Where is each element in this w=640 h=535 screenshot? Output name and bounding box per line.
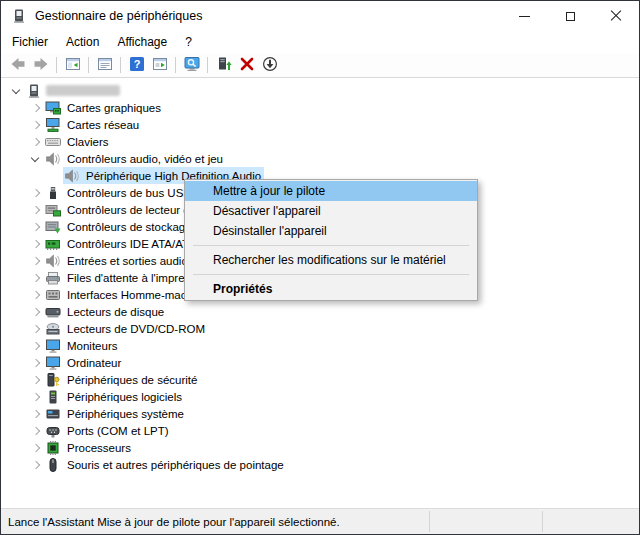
speaker-icon — [64, 168, 80, 184]
toolbar-button-window-list[interactable] — [148, 55, 171, 76]
tree-expander-expanded-icon[interactable] — [9, 83, 25, 99]
hid-icon — [45, 287, 61, 303]
tree-item-label: Lecteurs de disque — [65, 305, 166, 319]
toolbar-button-properties-pane[interactable] — [93, 55, 116, 76]
toolbar-button-back[interactable] — [6, 55, 29, 76]
tree-expander-collapsed-icon[interactable] — [28, 287, 44, 303]
floppy-controller-icon — [45, 202, 61, 218]
maximize-icon — [566, 12, 575, 21]
context-menu-item-update-driver[interactable]: Mettre à jour le pilote — [185, 181, 477, 201]
toolbar-button-disable-device[interactable] — [258, 55, 281, 76]
software-device-icon — [45, 389, 61, 405]
statusbar-divider — [542, 511, 543, 532]
tree-expander-expanded-icon[interactable] — [28, 151, 44, 167]
menubar-item-fichier[interactable]: Fichier — [3, 32, 57, 52]
tree-expander-collapsed-icon[interactable] — [28, 440, 44, 456]
tree-expander-collapsed-icon[interactable] — [28, 134, 44, 150]
tree-item-content: Périphériques de sécurité — [44, 371, 200, 388]
title-bar: Gestionnaire de périphériques — [1, 1, 639, 31]
context-menu-item-properties[interactable]: Propriétés — [185, 279, 477, 299]
close-icon — [610, 10, 622, 22]
tree-expander-collapsed-icon[interactable] — [28, 117, 44, 133]
console-tree-icon — [65, 56, 81, 75]
menubar-item-help[interactable]: ? — [176, 32, 201, 52]
toolbar-separator — [56, 57, 57, 73]
tree-item[interactable]: Ordinateur — [1, 354, 640, 371]
tree-item[interactable]: Processeurs — [1, 439, 640, 456]
context-menu-item-disable-device[interactable]: Désactiver l'appareil — [185, 201, 477, 221]
maximize-button[interactable] — [547, 1, 593, 31]
help-icon: ? — [129, 56, 145, 75]
context-menu: Mettre à jour le piloteDésactiver l'appa… — [184, 179, 478, 301]
tree-expander-collapsed-icon[interactable] — [28, 389, 44, 405]
tree-expander-collapsed-icon[interactable] — [28, 321, 44, 337]
tree-item[interactable]: Moniteurs — [1, 337, 640, 354]
close-button[interactable] — [593, 1, 639, 31]
usb-icon — [45, 185, 61, 201]
window-list-icon — [152, 56, 168, 75]
toolbar: ? — [1, 53, 639, 78]
toolbar-button-forward[interactable] — [29, 55, 52, 76]
tree-item[interactable] — [1, 82, 640, 99]
tree-expander-collapsed-icon[interactable] — [28, 253, 44, 269]
tree-item-label: Interfaces Homme-mach — [65, 288, 195, 302]
tree-expander-collapsed-icon[interactable] — [28, 355, 44, 371]
tree-item[interactable]: Ports (COM et LPT) — [1, 422, 640, 439]
toolbar-button-scan-hardware-changes[interactable] — [180, 55, 203, 76]
tree-expander-collapsed-icon[interactable] — [28, 100, 44, 116]
tree-expander-collapsed-icon[interactable] — [28, 236, 44, 252]
minimize-button[interactable] — [501, 1, 547, 31]
context-menu-item-scan-hardware-changes[interactable]: Rechercher les modifications sur le maté… — [185, 250, 477, 270]
tree-item-content: Contrôleurs IDE ATA/ATA — [44, 235, 199, 252]
tree-item-content — [25, 82, 121, 99]
tree-expander-collapsed-icon[interactable] — [28, 202, 44, 218]
tree-item-label: Contrôleurs de stockage — [65, 220, 194, 234]
tree-expander-collapsed-icon[interactable] — [28, 338, 44, 354]
toolbar-separator — [175, 57, 176, 73]
speaker-icon — [45, 253, 61, 269]
menubar-item-affichage[interactable]: Affichage — [108, 32, 176, 52]
tree-expander-collapsed-icon[interactable] — [28, 270, 44, 286]
minimize-icon — [519, 16, 530, 17]
toolbar-button-uninstall-device[interactable] — [235, 55, 258, 76]
toolbar-button-show-console-tree[interactable] — [61, 55, 84, 76]
tree-item-content: Cartes graphiques — [44, 99, 164, 116]
tree-item[interactable]: Périphériques logiciels — [1, 388, 640, 405]
tree-item[interactable]: Claviers — [1, 133, 640, 150]
speaker-icon — [45, 151, 61, 167]
toolbar-separator — [207, 57, 208, 73]
context-menu-separator — [193, 274, 469, 275]
tree-expander-collapsed-icon[interactable] — [28, 219, 44, 235]
tree-item-content: Souris et autres périphériques de pointa… — [44, 456, 287, 473]
tree-item-label: Contrôleurs de lecteur d — [65, 203, 192, 217]
tree-expander-collapsed-icon[interactable] — [28, 304, 44, 320]
tree-item-label: Contrôleurs IDE ATA/ATA — [65, 237, 198, 251]
tree-expander-collapsed-icon[interactable] — [28, 423, 44, 439]
dvd-drive-icon — [45, 321, 61, 337]
update-driver-icon — [216, 56, 232, 75]
tree-item-label: Souris et autres périphériques de pointa… — [65, 458, 286, 472]
tree-item[interactable]: Périphériques de sécurité — [1, 371, 640, 388]
toolbar-button-help[interactable]: ? — [125, 55, 148, 76]
tree-item[interactable]: Lecteurs de DVD/CD-ROM — [1, 320, 640, 337]
tree-item-content: Entrées et sorties audio — [44, 252, 191, 269]
menubar-item-action[interactable]: Action — [57, 32, 108, 52]
tree-item-content: Contrôleurs de stockage — [44, 218, 195, 235]
tree-item[interactable]: Lecteurs de disque — [1, 303, 640, 320]
tree-item[interactable]: Contrôleurs audio, vidéo et jeu — [1, 150, 640, 167]
tree-expander-collapsed-icon[interactable] — [28, 457, 44, 473]
printer-icon — [45, 270, 61, 286]
tree-expander-collapsed-icon[interactable] — [28, 406, 44, 422]
context-menu-separator — [193, 245, 469, 246]
tree-item[interactable]: Souris et autres périphériques de pointa… — [1, 456, 640, 473]
tree-expander-collapsed-icon[interactable] — [28, 185, 44, 201]
context-menu-item-uninstall-device[interactable]: Désinstaller l'appareil — [185, 221, 477, 241]
processor-icon — [45, 440, 61, 456]
keyboard-icon — [45, 134, 61, 150]
ports-icon — [45, 423, 61, 439]
tree-item[interactable]: Périphériques système — [1, 405, 640, 422]
tree-item[interactable]: Cartes réseau — [1, 116, 640, 133]
tree-expander-collapsed-icon[interactable] — [28, 372, 44, 388]
tree-item[interactable]: Cartes graphiques — [1, 99, 640, 116]
toolbar-button-update-driver[interactable] — [212, 55, 235, 76]
